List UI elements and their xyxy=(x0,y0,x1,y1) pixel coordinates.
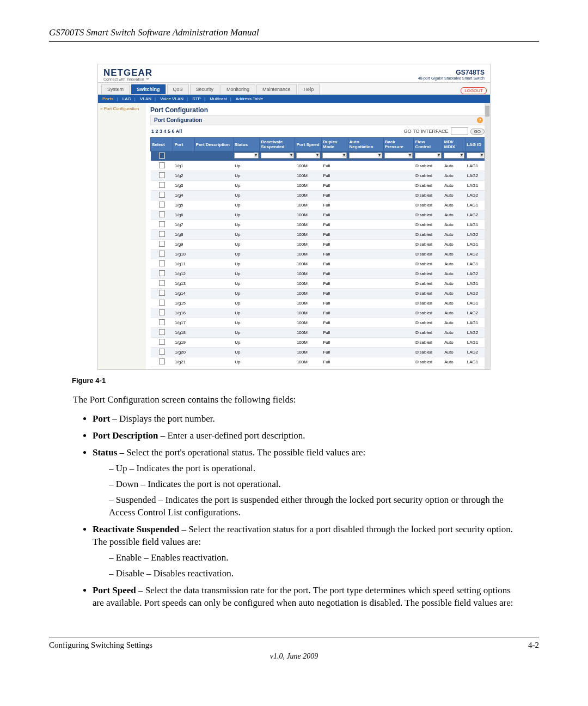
cell-duplex: Full xyxy=(321,299,348,308)
cell-port: 1/g8 xyxy=(173,230,194,240)
cell-duplex: Full xyxy=(321,191,348,200)
table-row: 1/g7Up100MFullDisabledAutoLAG1 xyxy=(151,220,486,230)
subtab-voice-vlan[interactable]: Voice VLAN xyxy=(160,96,183,101)
tab-switching[interactable]: Switching xyxy=(131,84,166,94)
row-checkbox[interactable] xyxy=(159,192,165,198)
table-row: 1/g11Up100MFullDisabledAutoLAG1 xyxy=(151,259,486,269)
row-checkbox[interactable] xyxy=(159,162,165,168)
cell-port: 1/g10 xyxy=(173,249,194,259)
cell-port: 1/g20 xyxy=(173,348,194,357)
cell-status: Up xyxy=(233,357,260,367)
logout-button[interactable]: LOGOUT xyxy=(461,87,487,94)
row-checkbox[interactable] xyxy=(159,290,165,296)
go-button[interactable]: GO xyxy=(470,129,485,135)
cell-mdi: Auto xyxy=(443,348,465,357)
filter-backpressure-dropdown[interactable] xyxy=(384,153,413,159)
filter-lag-dropdown[interactable] xyxy=(467,153,485,159)
row-checkbox[interactable] xyxy=(159,339,165,345)
scrollbar[interactable] xyxy=(485,103,490,369)
row-checkbox[interactable] xyxy=(159,300,165,306)
help-icon[interactable]: ? xyxy=(477,117,483,123)
cell-flow: Disabled xyxy=(414,240,443,249)
col-speed: Port Speed xyxy=(295,138,322,151)
cell-speed: 100M xyxy=(295,328,322,338)
row-checkbox[interactable] xyxy=(159,358,165,364)
row-checkbox[interactable] xyxy=(159,329,165,335)
row-checkbox[interactable] xyxy=(159,270,165,276)
goto-label: GO TO INTERFACE xyxy=(404,129,449,134)
tab-qos[interactable]: QoS xyxy=(167,84,189,94)
cell-flow: Disabled xyxy=(414,161,443,171)
filter-status-dropdown[interactable] xyxy=(234,153,259,159)
subtab-stp[interactable]: STP xyxy=(192,96,201,101)
filter-mdi-dropdown[interactable] xyxy=(444,153,464,159)
row-checkbox[interactable] xyxy=(159,251,165,257)
select-all-checkbox[interactable] xyxy=(159,153,165,159)
tab-monitoring[interactable]: Monitoring xyxy=(220,84,255,94)
cell-port: 1/g18 xyxy=(173,328,194,338)
cell-mdi: Auto xyxy=(443,230,465,240)
row-checkbox[interactable] xyxy=(159,349,165,355)
cell-speed: 100M xyxy=(295,279,322,289)
subtab-lag[interactable]: LAG xyxy=(122,96,131,101)
row-checkbox[interactable] xyxy=(159,182,165,188)
cell-speed: 100M xyxy=(295,338,322,348)
cell-port: 1/g9 xyxy=(173,240,194,249)
goto-input[interactable] xyxy=(451,127,468,135)
paginator-links[interactable]: 1 2 3 4 5 6 All xyxy=(151,129,182,134)
cell-mdi: Auto xyxy=(443,220,465,230)
row-checkbox[interactable] xyxy=(159,221,165,227)
cell-flow: Disabled xyxy=(414,269,443,279)
cell-mdi: Auto xyxy=(443,289,465,299)
row-checkbox[interactable] xyxy=(159,260,165,266)
cell-status: Up xyxy=(233,210,260,220)
filter-flow-dropdown[interactable] xyxy=(415,153,442,159)
table-row: 1/g16Up100MFullDisabledAutoLAG2 xyxy=(151,308,486,318)
cell-mdi: Auto xyxy=(443,161,465,171)
filter-autoneg-dropdown[interactable] xyxy=(349,153,382,159)
row-checkbox[interactable] xyxy=(159,280,165,286)
row-checkbox[interactable] xyxy=(159,202,165,208)
row-checkbox[interactable] xyxy=(159,211,165,217)
cell-port: 1/g15 xyxy=(173,299,194,308)
screenshot-figure: NETGEAR Connect with Innovation ™ GS748T… xyxy=(97,64,491,370)
cell-lag: LAG1 xyxy=(465,181,486,191)
col-lag: LAG ID xyxy=(465,138,486,151)
subtab-vlan[interactable]: VLAN xyxy=(140,96,151,101)
cell-status: Up xyxy=(233,308,260,318)
filter-speed-dropdown[interactable] xyxy=(296,153,321,159)
subtab-multicast[interactable]: Multicast xyxy=(210,96,227,101)
cell-duplex: Full xyxy=(321,318,348,328)
row-checkbox[interactable] xyxy=(159,319,165,325)
subtab-address-table[interactable]: Address Table xyxy=(236,96,264,101)
subtab-ports[interactable]: Ports xyxy=(102,96,113,101)
tab-help[interactable]: Help xyxy=(298,84,320,94)
row-checkbox[interactable] xyxy=(159,172,165,178)
cell-duplex: Full xyxy=(321,249,348,259)
sidebar-item-port-config[interactable]: » Port Configuration xyxy=(100,106,144,111)
cell-port: 1/g21 xyxy=(173,357,194,367)
cell-status: Up xyxy=(233,161,260,171)
tab-system[interactable]: System xyxy=(101,84,130,94)
cell-speed: 100M xyxy=(295,200,322,210)
row-checkbox[interactable] xyxy=(159,309,165,315)
tab-maintenance[interactable]: Maintenance xyxy=(256,84,297,94)
row-checkbox[interactable] xyxy=(159,241,165,247)
cell-speed: 100M xyxy=(295,171,322,181)
table-row: 1/g18Up100MFullDisabledAutoLAG2 xyxy=(151,328,486,338)
cell-flow: Disabled xyxy=(414,328,443,338)
cell-duplex: Full xyxy=(321,240,348,249)
row-checkbox[interactable] xyxy=(159,231,165,237)
cell-speed: 100M xyxy=(295,191,322,200)
cell-mdi: Auto xyxy=(443,181,465,191)
filter-duplex-dropdown[interactable] xyxy=(322,153,347,159)
cell-port: 1/g5 xyxy=(173,200,194,210)
col-backpressure: Back Pressure xyxy=(383,138,414,151)
table-row: 1/g10Up100MFullDisabledAutoLAG2 xyxy=(151,249,486,259)
cell-flow: Disabled xyxy=(414,348,443,357)
cell-mdi: Auto xyxy=(443,357,465,367)
cell-lag: LAG2 xyxy=(465,289,486,299)
tab-security[interactable]: Security xyxy=(190,84,220,94)
filter-reactivate-dropdown[interactable] xyxy=(261,153,294,159)
cell-mdi: Auto xyxy=(443,328,465,338)
